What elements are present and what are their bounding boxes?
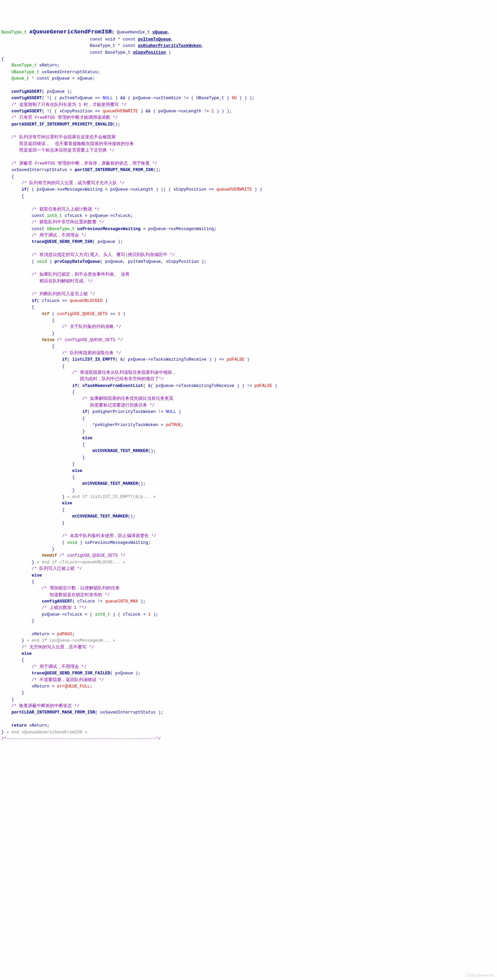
param-pvitem: pvItemToQueue xyxy=(138,37,171,42)
param-xcopy: xCopyPosition xyxy=(133,50,166,55)
xtaskremove: xTaskRemoveFromEventList xyxy=(82,383,143,388)
paren: ( QueueHandle_t xyxy=(112,30,152,35)
code-block: BaseType_t xQueueGenericSendFromISR( Que… xyxy=(2,28,495,743)
portset-mask: portSET_INTERRUPT_MASK_FROM_ISR xyxy=(75,168,153,172)
brace-open: { xyxy=(2,57,4,61)
param-xqueue: xQueue xyxy=(152,30,167,35)
portclear-mask: portCLEAR_INTERRUPT_MASK_FROM_ISR xyxy=(2,710,95,715)
return-type: BaseType_t xyxy=(2,30,27,35)
listlist-empty: listLIST_IS_EMPTY xyxy=(72,357,115,362)
configassert: configASSERT xyxy=(2,89,42,94)
trace-send: traceQUEUE_SEND_FROM_ISR xyxy=(2,240,92,244)
end-annotation: « end if listLIST_IS_EMPTY(&(p... » xyxy=(65,495,156,499)
trace-failed: traceQUEUE_SEND_FROM_ISR_FAILED xyxy=(2,671,110,676)
function-name: xQueueGenericSendFromISR xyxy=(29,29,112,35)
param-pxhigher: pxHigherPriorityTaskWoken xyxy=(138,43,201,48)
pp-if: #if xyxy=(2,312,49,317)
prvcopydata: prvCopyDataToQueue xyxy=(55,259,100,264)
pp-endif: #endif xyxy=(2,553,57,558)
comment: /* 这里限制了只有在队列长度为 1 时，才能使用覆写 */ xyxy=(2,103,126,107)
portassert: portASSERT_IF_INTERRUPT_PRIORITY_INVALID xyxy=(2,122,113,127)
mtcoverage: mtCOVERAGE_TEST_MARKER xyxy=(2,449,148,453)
pp-else: #else xyxy=(2,338,55,342)
